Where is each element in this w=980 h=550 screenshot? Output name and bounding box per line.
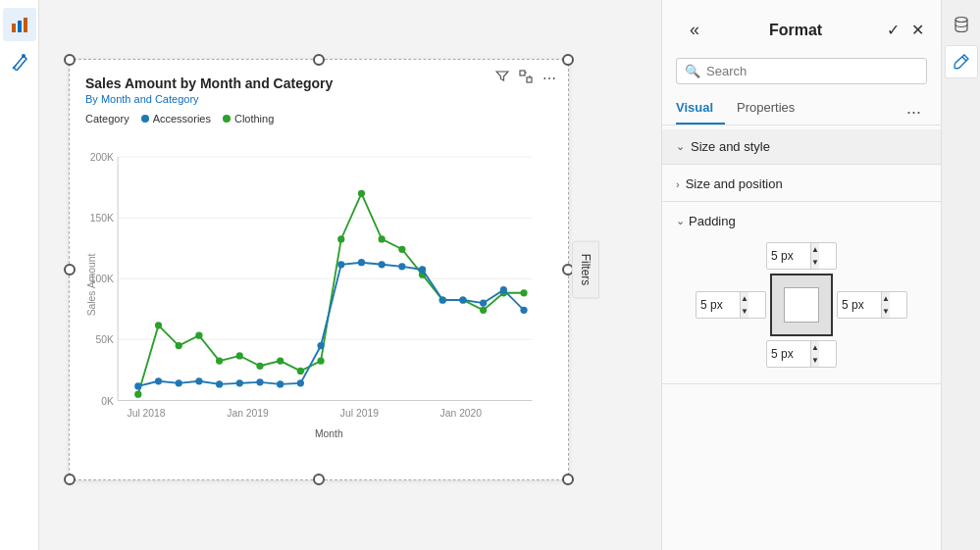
svg-point-56 bbox=[317, 342, 324, 349]
padding-center-box bbox=[770, 274, 833, 336]
padding-bottom-down-btn[interactable]: ▼ bbox=[811, 354, 819, 367]
panel-header: « Format ✓ ✕ bbox=[662, 0, 941, 50]
svg-point-37 bbox=[337, 235, 344, 242]
legend-dot-accessories bbox=[141, 115, 149, 123]
panel-check-btn[interactable]: ✓ bbox=[884, 18, 903, 42]
tab-properties[interactable]: Properties bbox=[737, 92, 806, 125]
section-size-style-label: Size and style bbox=[691, 139, 770, 154]
chart-focus-btn[interactable] bbox=[517, 68, 535, 88]
svg-point-51 bbox=[216, 380, 223, 387]
legend-item-clothing: Clothing bbox=[223, 113, 274, 125]
padding-bottom-up-btn[interactable]: ▲ bbox=[811, 341, 819, 354]
padding-top-down-btn[interactable]: ▼ bbox=[811, 256, 819, 269]
svg-point-39 bbox=[379, 235, 386, 242]
chart-content: Sales Amount by Month and Category By Mo… bbox=[70, 60, 568, 479]
svg-point-54 bbox=[277, 380, 284, 387]
svg-point-36 bbox=[317, 357, 324, 364]
padding-right-down-btn[interactable]: ▼ bbox=[882, 305, 890, 318]
section-size-position[interactable]: › Size and position bbox=[662, 167, 941, 202]
padding-right-up-btn[interactable]: ▲ bbox=[882, 292, 890, 305]
legend-label: Category bbox=[85, 113, 129, 125]
svg-point-55 bbox=[297, 379, 304, 386]
handle-top-center[interactable] bbox=[313, 54, 325, 66]
legend-item-accessories: Accessories bbox=[141, 113, 211, 125]
padding-bottom-spinners: ▲ ▼ bbox=[810, 341, 819, 367]
svg-point-38 bbox=[358, 190, 365, 197]
padding-middle-row: ▲ ▼ bbox=[696, 274, 907, 336]
search-box: 🔍 bbox=[676, 58, 927, 84]
padding-left-down-btn[interactable]: ▼ bbox=[741, 305, 748, 318]
panel-icon-btn-paintbrush[interactable] bbox=[945, 45, 978, 78]
chevron-size-position: › bbox=[676, 178, 680, 190]
svg-point-29 bbox=[176, 342, 182, 349]
chart-card[interactable]: ⋯ Sales Amount by Month and Category By … bbox=[69, 59, 569, 480]
svg-point-46 bbox=[520, 289, 527, 296]
filters-tab[interactable]: Filters bbox=[572, 241, 599, 299]
svg-point-53 bbox=[256, 378, 263, 385]
handle-top-left[interactable] bbox=[64, 54, 76, 66]
padding-bottom-input-wrap: ▲ ▼ bbox=[766, 340, 837, 368]
svg-point-61 bbox=[419, 266, 426, 273]
svg-point-59 bbox=[379, 261, 386, 268]
toolbar-paint-btn[interactable] bbox=[3, 45, 36, 78]
svg-rect-5 bbox=[520, 71, 525, 75]
handle-bot-left[interactable] bbox=[64, 474, 76, 485]
toolbar-visualizations-btn[interactable] bbox=[3, 8, 36, 41]
svg-text:Jul 2018: Jul 2018 bbox=[128, 408, 166, 419]
chart-subtitle: By Month and Category bbox=[85, 93, 552, 105]
padding-left-input[interactable] bbox=[696, 296, 740, 314]
svg-point-64 bbox=[480, 299, 487, 306]
handle-mid-left[interactable] bbox=[64, 264, 76, 275]
chart-title: Sales Amount by Month and Category bbox=[85, 75, 552, 91]
padding-top-input[interactable] bbox=[767, 247, 810, 265]
handle-bot-right[interactable] bbox=[562, 474, 574, 485]
svg-point-66 bbox=[520, 307, 527, 314]
svg-point-57 bbox=[337, 261, 344, 268]
chevron-padding: ⌄ bbox=[676, 215, 685, 227]
svg-point-47 bbox=[134, 382, 141, 389]
svg-rect-0 bbox=[12, 24, 16, 32]
svg-point-50 bbox=[195, 377, 202, 384]
svg-point-48 bbox=[155, 377, 162, 384]
tab-visual[interactable]: Visual bbox=[676, 92, 725, 125]
padding-section: ⌄ Padding ▲ ▼ bbox=[662, 202, 941, 384]
handle-bot-center[interactable] bbox=[313, 474, 325, 485]
svg-point-49 bbox=[176, 379, 182, 386]
legend-text-accessories: Accessories bbox=[153, 113, 211, 125]
svg-text:200K: 200K bbox=[90, 152, 114, 163]
handle-top-right[interactable] bbox=[562, 54, 574, 66]
panel-title: Format bbox=[769, 22, 822, 39]
svg-point-58 bbox=[358, 259, 365, 266]
svg-point-62 bbox=[439, 296, 446, 303]
svg-point-52 bbox=[236, 379, 243, 386]
padding-top-input-wrap: ▲ ▼ bbox=[766, 242, 837, 270]
chart-filter-btn[interactable] bbox=[493, 68, 511, 88]
padding-right-input[interactable] bbox=[838, 296, 881, 314]
svg-point-27 bbox=[134, 391, 141, 398]
tabs-more-btn[interactable]: ... bbox=[901, 94, 927, 123]
chart-more-btn[interactable]: ⋯ bbox=[541, 69, 558, 88]
svg-text:Jan 2019: Jan 2019 bbox=[227, 408, 269, 419]
canvas-area: ⋯ Sales Amount by Month and Category By … bbox=[39, 0, 661, 550]
padding-grid: ▲ ▼ ▲ ▼ bbox=[676, 242, 927, 368]
panel-main: « Format ✓ ✕ 🔍 Visual Properties ... bbox=[662, 0, 941, 550]
svg-rect-2 bbox=[24, 18, 27, 32]
padding-inner-box bbox=[784, 287, 819, 323]
svg-point-32 bbox=[236, 352, 243, 359]
padding-left-up-btn[interactable]: ▲ bbox=[741, 292, 748, 305]
svg-text:50K: 50K bbox=[96, 334, 114, 345]
padding-top-up-btn[interactable]: ▲ bbox=[811, 243, 819, 256]
panel-icon-btn-database[interactable] bbox=[945, 8, 978, 41]
panel-collapse-btn[interactable]: « bbox=[676, 10, 707, 50]
svg-line-68 bbox=[962, 57, 966, 61]
padding-left-spinners: ▲ ▼ bbox=[740, 292, 748, 318]
search-input[interactable] bbox=[706, 64, 918, 78]
section-size-style[interactable]: ⌄ Size and style bbox=[662, 129, 941, 165]
legend-dot-clothing bbox=[223, 115, 231, 123]
svg-point-33 bbox=[256, 363, 263, 370]
panel-close-btn[interactable]: ✕ bbox=[908, 18, 927, 42]
svg-point-30 bbox=[195, 332, 202, 339]
padding-right-input-wrap: ▲ ▼ bbox=[837, 291, 907, 319]
padding-bottom-input[interactable] bbox=[767, 345, 810, 363]
right-panel: « Format ✓ ✕ 🔍 Visual Properties ... bbox=[661, 0, 980, 550]
